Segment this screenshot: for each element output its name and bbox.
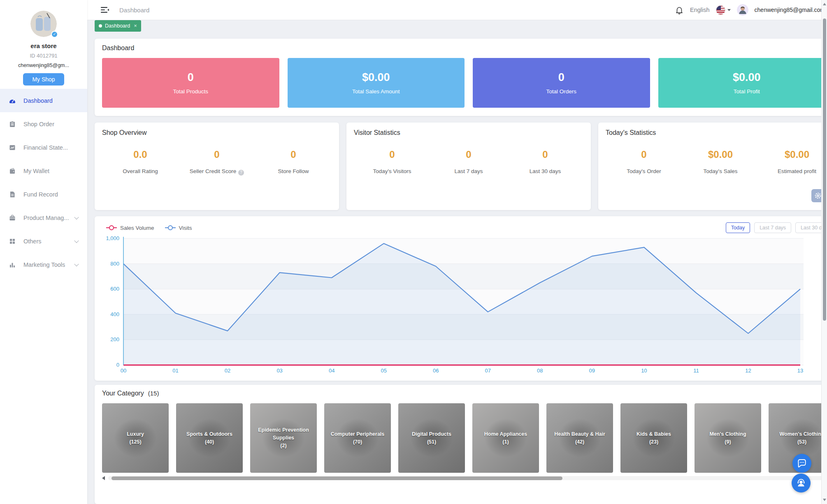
customer-support-button[interactable] (792, 474, 811, 492)
category-tile-luxury[interactable]: Luxury(125) (102, 403, 169, 473)
panel-stat-value: 0 (430, 149, 507, 160)
user-avatar[interactable] (737, 4, 748, 16)
store-profile: ✓ era store ID 4012791 chenwenjing85@gm.… (0, 0, 87, 86)
store-id: ID 4012791 (0, 53, 87, 59)
svg-text:12: 12 (745, 368, 751, 374)
legend-item-visits[interactable]: Visits (165, 225, 192, 231)
overview-title: Dashboard (102, 44, 827, 52)
sidebar-item-others[interactable]: Others (0, 229, 87, 253)
panel-stat-value: 0 (255, 149, 332, 160)
panel-stat-label: Seller Credit Score? (179, 168, 255, 176)
sidebar-item-label: Shop Order (23, 121, 54, 127)
topbar: Dashboard English (87, 0, 827, 20)
category-tile-digital-products[interactable]: Digital Products(51) (398, 403, 465, 473)
stat-tile-total-sales-amount: $0.00Total Sales Amount (288, 58, 465, 108)
panel-stat-label: Last 30 days (507, 168, 583, 174)
app-window: ✓ era store ID 4012791 chenwenjing85@gm.… (0, 0, 827, 504)
panel-stat-store-follow: 0Store Follow (255, 149, 332, 176)
vertical-scrollbar[interactable] (821, 0, 827, 504)
topbar-left: Dashboard (100, 6, 149, 14)
tab-close-icon[interactable]: × (134, 23, 137, 29)
category-tile-health-beauty-hair[interactable]: Health Beauty & Hair(42) (546, 403, 613, 473)
sidebar-item-shop-order[interactable]: Shop Order (0, 112, 87, 136)
sidebar-item-label: Others (23, 238, 42, 245)
scroll-up-arrow-icon[interactable] (823, 2, 826, 5)
category-tile-home-appliances[interactable]: Home Appliances(1) (472, 403, 539, 473)
panel-stats: 0.0Overall Rating0Seller Credit Score?0S… (102, 149, 332, 176)
svg-text:07: 07 (485, 368, 491, 374)
sidebar-item-financial-state[interactable]: Financial State... (0, 136, 87, 159)
grid-icon (9, 238, 16, 245)
my-shop-button[interactable]: My Shop (23, 73, 64, 86)
horizontal-scroll-track[interactable] (108, 476, 827, 480)
category-tile-computer-peripherals[interactable]: Computer Peripherals(70) (324, 403, 391, 473)
svg-text:11: 11 (693, 368, 699, 374)
sidebar-item-label: Financial State... (23, 144, 68, 151)
tab-dashboard[interactable]: Dashboard × (95, 20, 141, 32)
sidebar-item-label: Fund Record (23, 191, 58, 198)
tab-bar: Dashboard × (87, 20, 827, 32)
main-area: Dashboard English (87, 0, 827, 504)
headset-person-icon (796, 478, 806, 488)
panel-stat-label: Estimated profit (759, 168, 827, 174)
panel-stat-label: Last 7 days (430, 168, 507, 174)
panel-stat-value: 0 (354, 149, 430, 160)
svg-text:0: 0 (116, 362, 119, 368)
panel-stat-value: 0 (606, 149, 682, 160)
sidebar-item-product-manag[interactable]: Product Manag... (0, 206, 87, 229)
category-tile-kids-babies[interactable]: Kids & Babies(23) (620, 403, 687, 473)
panel-visitor-statistics: Visitor Statistics0Today's Visitors0Last… (346, 123, 591, 210)
stat-tile-total-products: 0Total Products (102, 58, 279, 108)
notification-bell-icon[interactable] (675, 5, 684, 15)
range-button-last-7-days[interactable]: Last 7 days (754, 222, 791, 233)
stat-tile-value: 0 (558, 71, 564, 84)
sidebar-item-fund-record[interactable]: Fund Record (0, 183, 87, 206)
svg-text:09: 09 (589, 368, 595, 374)
category-tile-epidemic-prevention-supplies[interactable]: Epidemic Prevention Supplies(2) (250, 403, 317, 473)
chevron-down-icon (74, 261, 79, 266)
svg-text:06: 06 (433, 368, 439, 374)
svg-text:600: 600 (110, 286, 119, 292)
categories-title-row: Your Category (15) (102, 390, 827, 397)
sidebar-item-my-wallet[interactable]: My Wallet (0, 159, 87, 183)
svg-text:05: 05 (381, 368, 386, 374)
svg-text:400: 400 (110, 311, 119, 317)
collapse-sidebar-icon[interactable] (100, 6, 109, 14)
language-label[interactable]: English (690, 7, 710, 13)
tab-active-dot (99, 24, 102, 28)
legend-item-sales-volume[interactable]: Sales Volume (106, 225, 154, 231)
store-name: era store (0, 42, 87, 49)
scroll-down-arrow-icon[interactable] (823, 499, 826, 502)
legend-label: Sales Volume (120, 225, 154, 231)
category-tile-label: Sports & Outdoors(40) (184, 430, 235, 446)
chat-bubble-button[interactable] (792, 454, 811, 473)
sidebar-item-dashboard[interactable]: Dashboard (0, 89, 87, 112)
sidebar-item-label: Marketing Tools (23, 261, 65, 268)
stat-tile-value: 0 (188, 71, 194, 84)
svg-text:01: 01 (172, 368, 178, 374)
vertical-scroll-thumb[interactable] (823, 18, 826, 321)
category-tile-label: Luxury(125) (124, 430, 146, 446)
sidebar-item-label: Dashboard (23, 97, 53, 104)
svg-text:00: 00 (121, 368, 126, 374)
panel-stat-today-s-sales: $0.00Today's Sales (682, 149, 759, 174)
category-tile-sports-outdoors[interactable]: Sports & Outdoors(40) (176, 403, 243, 473)
scroll-left-arrow-icon[interactable] (102, 476, 105, 480)
svg-text:04: 04 (329, 368, 335, 374)
store-email: chenwenjing85@gm... (0, 62, 87, 68)
panel-stat-label: Overall Rating (102, 168, 179, 174)
horizontal-scrollbar (102, 476, 827, 480)
panel-stat-value: $0.00 (682, 149, 759, 160)
help-question-icon[interactable]: ? (238, 170, 244, 176)
stat-tile-label: Total Sales Amount (352, 88, 400, 95)
language-selector[interactable] (716, 5, 731, 15)
stat-tile-label: Total Orders (546, 88, 576, 95)
sidebar-item-marketing-tools[interactable]: Marketing Tools (0, 253, 87, 276)
range-button-today[interactable]: Today (726, 222, 750, 233)
category-tile-men-s-clothing[interactable]: Men's Clothing(9) (695, 403, 761, 473)
panel-title: Shop Overview (102, 129, 332, 136)
horizontal-scroll-thumb[interactable] (112, 476, 562, 480)
page-title: Dashboard (119, 7, 149, 14)
svg-text:10: 10 (641, 368, 647, 374)
user-email[interactable]: chenwenjing85@gmail.com (755, 7, 825, 13)
